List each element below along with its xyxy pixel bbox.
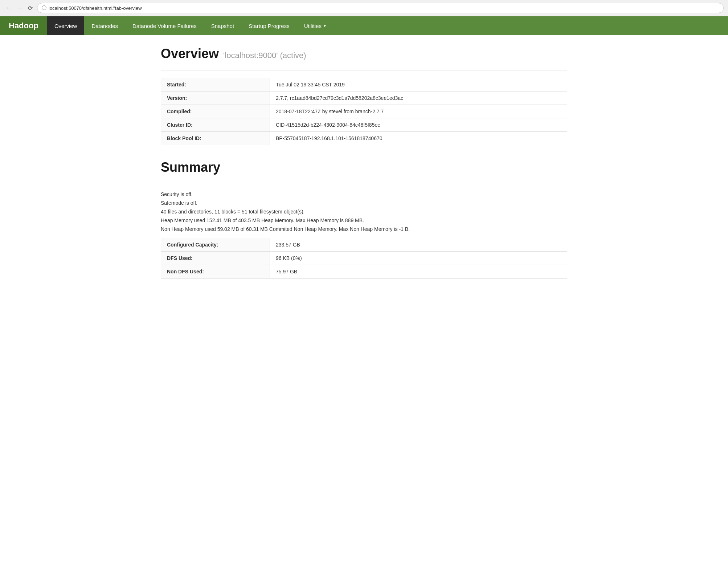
forward-button[interactable]: → [15,4,23,12]
reload-button[interactable]: ⟳ [26,4,34,12]
non-dfs-used-value: 75.97 GB [270,265,567,278]
started-value: Tue Jul 02 19:33:45 CST 2019 [270,78,567,91]
configured-capacity-value: 233.57 GB [270,238,567,252]
overview-table: Started: Tue Jul 02 19:33:45 CST 2019 Ve… [161,78,567,145]
dfs-used-label: DFS Used: [161,252,270,265]
overview-divider [161,70,567,70]
block-pool-id-value: BP-557045187-192.168.1.101-1561818740670 [270,132,567,145]
url-text: localhost:50070/dfshealth.html#tab-overv… [49,5,142,11]
browser-chrome: ← → ⟳ ⓘ localhost:50070/dfshealth.html#t… [0,0,728,16]
nav-item-utilities[interactable]: Utilities ▼ [297,16,334,35]
summary-table: Configured Capacity: 233.57 GB DFS Used:… [161,238,567,278]
table-row: DFS Used: 96 KB (0%) [161,252,567,265]
table-row: Cluster ID: CID-41515d2d-b224-4302-9004-… [161,118,567,132]
cluster-id-value: CID-41515d2d-b224-4302-9004-84c48f5f85ee [270,118,567,132]
started-label: Started: [161,78,270,91]
dfs-used-value: 96 KB (0%) [270,252,567,265]
summary-text-security: Security is off. [161,191,567,197]
dropdown-arrow-icon: ▼ [323,24,327,28]
summary-header: Summary [161,160,567,176]
version-value: 2.7.7, rc1aad84bd27cd79c3d1a7dd58202a8c3… [270,91,567,105]
non-dfs-used-label: Non DFS Used: [161,265,270,278]
summary-texts: Security is off. Safemode is off. 40 fil… [161,191,567,232]
overview-title: Overview [161,46,219,61]
nav-item-snapshot[interactable]: Snapshot [204,16,241,35]
main-content: Overview 'localhost:9000' (active) Start… [146,35,582,304]
navbar-brand[interactable]: Hadoop [0,16,47,35]
cluster-id-label: Cluster ID: [161,118,270,132]
block-pool-id-label: Block Pool ID: [161,132,270,145]
table-row: Compiled: 2018-07-18T22:47Z by stevel fr… [161,105,567,118]
compiled-value: 2018-07-18T22:47Z by stevel from branch-… [270,105,567,118]
overview-subtitle: 'localhost:9000' (active) [223,51,306,60]
summary-section: Summary Security is off. Safemode is off… [161,160,567,278]
table-row: Started: Tue Jul 02 19:33:45 CST 2019 [161,78,567,91]
summary-divider [161,184,567,184]
nav-item-datanode-volume-failures[interactable]: Datanode Volume Failures [125,16,204,35]
summary-text-non-heap: Non Heap Memory used 59.02 MB of 60.31 M… [161,226,567,232]
overview-header: Overview 'localhost:9000' (active) [161,46,567,63]
summary-text-safemode: Safemode is off. [161,200,567,206]
summary-text-heap: Heap Memory used 152.41 MB of 403.5 MB H… [161,217,567,223]
table-row: Configured Capacity: 233.57 GB [161,238,567,252]
nav-item-datanodes[interactable]: Datanodes [84,16,125,35]
navbar: Hadoop Overview Datanodes Datanode Volum… [0,16,728,35]
nav-item-overview[interactable]: Overview [47,16,85,35]
address-bar[interactable]: ⓘ localhost:50070/dfshealth.html#tab-ove… [37,3,724,13]
table-row: Non DFS Used: 75.97 GB [161,265,567,278]
security-icon: ⓘ [42,5,46,11]
configured-capacity-label: Configured Capacity: [161,238,270,252]
overview-section: Overview 'localhost:9000' (active) Start… [161,46,567,145]
table-row: Block Pool ID: BP-557045187-192.168.1.10… [161,132,567,145]
summary-text-files: 40 files and directories, 11 blocks = 51… [161,209,567,215]
table-row: Version: 2.7.7, rc1aad84bd27cd79c3d1a7dd… [161,91,567,105]
compiled-label: Compiled: [161,105,270,118]
summary-title: Summary [161,160,220,175]
nav-item-startup-progress[interactable]: Startup Progress [241,16,297,35]
back-button[interactable]: ← [4,4,12,12]
version-label: Version: [161,91,270,105]
